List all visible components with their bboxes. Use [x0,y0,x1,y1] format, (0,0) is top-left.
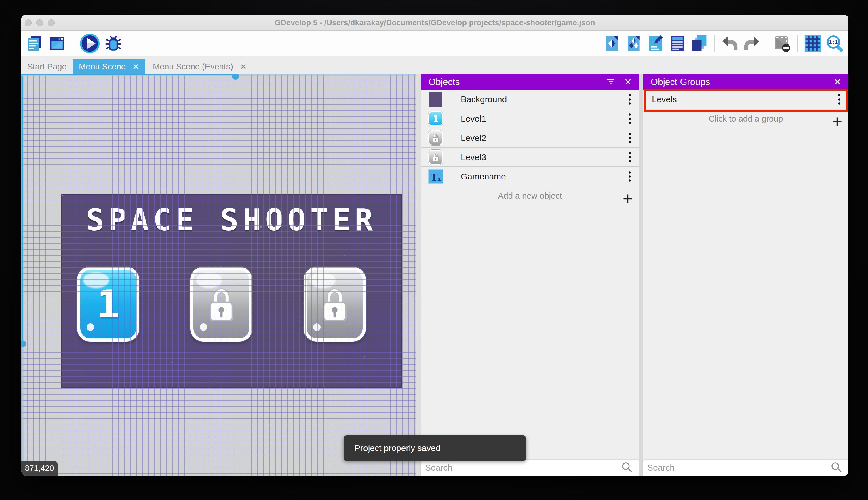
object-menu-icon[interactable] [621,128,639,147]
toast-message: Project properly saved [354,443,440,453]
objects-panel: Objects Background [421,74,639,476]
close-panel-icon[interactable] [831,76,844,88]
level3-thumbnail [428,149,444,165]
close-tab-icon[interactable] [240,64,246,70]
plus-icon[interactable] [623,191,633,201]
add-new-object-button[interactable]: Add a new object [421,186,639,206]
objects-search-bar [421,460,639,476]
groups-search-input[interactable] [643,463,831,473]
zoom-icon-label: 1:1 [829,39,838,45]
object-row-background[interactable]: Background [421,90,639,109]
vertical-scrollbar-thumb[interactable] [21,341,26,347]
level2-locked-button-instance[interactable] [190,267,253,342]
main-toolbar: 1:1 [21,31,848,56]
toolbar-divider [714,35,715,52]
groups-panel-title: Object Groups [643,77,831,87]
toolbar-right-group: 1:1 [603,31,844,56]
scene-canvas[interactable]: SPACE SHOOTER 1 [21,74,415,476]
tab-menu-scene[interactable]: Menu Scene [72,59,145,74]
grid-icon[interactable] [804,34,822,53]
close-tab-icon[interactable] [133,64,139,70]
background-thumbnail [428,92,444,107]
window-mask-icon[interactable] [773,34,791,53]
lock-icon [432,133,439,143]
objects-panel-title: Objects [421,77,605,87]
object-row-level2[interactable]: Level2 [421,128,639,148]
tab-menu-scene-events[interactable]: Menu Scene (Events) [146,59,253,74]
content-area: SPACE SHOOTER 1 [21,74,848,476]
objects-editor-icon[interactable] [603,34,621,53]
canvas-panel-divider[interactable] [415,74,421,476]
close-panel-icon[interactable] [622,76,634,88]
editor-tabs: Start Page Menu Scene Menu Scene (Events… [21,56,848,74]
object-row-level1[interactable]: 1 Level1 [421,109,639,128]
object-menu-icon[interactable] [621,167,639,186]
level1-button-instance[interactable]: 1 [77,267,139,342]
group-menu-icon[interactable] [830,90,848,109]
groups-panel-header: Object Groups [643,74,848,90]
screenshot-stage: GDevelop 5 - /Users/dkarakay/Documents/G… [0,0,868,500]
lock-icon [432,153,439,162]
save-toast: Project properly saved [344,435,526,461]
project-manager-icon[interactable] [25,34,44,53]
plus-icon[interactable] [832,114,842,124]
zoom-1-1-icon[interactable]: 1:1 [825,34,844,53]
horizontal-scrollbar-fill[interactable] [21,74,235,76]
instances-list-icon[interactable] [668,34,687,53]
window-title: GDevelop 5 - /Users/dkarakay/Documents/G… [21,15,848,31]
redo-icon[interactable] [742,34,761,53]
play-preview-icon[interactable] [80,34,100,53]
groups-search-bar [643,460,848,476]
search-icon[interactable] [621,462,634,474]
object-row-gamename[interactable]: Tx Gamename [421,167,639,186]
undo-icon[interactable] [721,34,739,53]
level1-thumbnail: 1 [428,111,444,126]
lock-icon [207,285,236,323]
object-row-level3[interactable]: Level3 [421,148,639,167]
banner-stars [62,195,63,196]
level2-thumbnail [428,130,444,146]
toolbar-left-group [25,31,122,56]
object-menu-icon[interactable] [621,109,639,128]
lock-icon [320,285,349,323]
object-menu-icon[interactable] [621,90,639,109]
group-row-levels[interactable]: Levels [643,90,848,109]
scene-editor-window-icon[interactable] [48,34,66,53]
gdevelop-window: GDevelop 5 - /Users/dkarakay/Documents/G… [21,15,848,476]
panels-divider[interactable] [639,74,643,476]
level1-number: 1 [97,282,119,326]
object-groups-panel: Object Groups Levels Click to add a grou… [643,74,848,476]
filter-icon[interactable] [605,76,617,88]
object-menu-icon[interactable] [621,147,639,167]
menu-background-instance[interactable]: SPACE SHOOTER 1 [61,194,402,388]
tab-label: Menu Scene [79,62,126,71]
search-icon[interactable] [831,462,843,474]
horizontal-scrollbar-thumb[interactable] [232,74,239,80]
toolbar-divider [767,35,767,52]
debug-icon[interactable] [104,34,122,53]
properties-icon[interactable] [646,34,665,53]
objects-search-input[interactable] [421,463,621,473]
tab-label: Start Page [27,62,67,71]
gamename-thumbnail: Tx [428,169,444,184]
titlebar: GDevelop 5 - /Users/dkarakay/Documents/G… [21,15,848,31]
tab-start-page[interactable]: Start Page [21,59,72,74]
game-title-text: SPACE SHOOTER [62,202,401,238]
add-group-button[interactable]: Click to add a group [643,109,848,128]
objects-panel-header: Objects [421,74,639,90]
vertical-scrollbar-fill[interactable] [22,76,23,342]
tab-label: Menu Scene (Events) [153,62,233,71]
toolbar-divider [797,35,798,52]
layers-editor-icon[interactable] [690,34,708,53]
toolbar-divider [72,35,73,52]
object-groups-editor-icon[interactable] [624,34,643,53]
cursor-coordinates: 871;420 [21,461,58,476]
level3-locked-button-instance[interactable] [304,267,366,342]
